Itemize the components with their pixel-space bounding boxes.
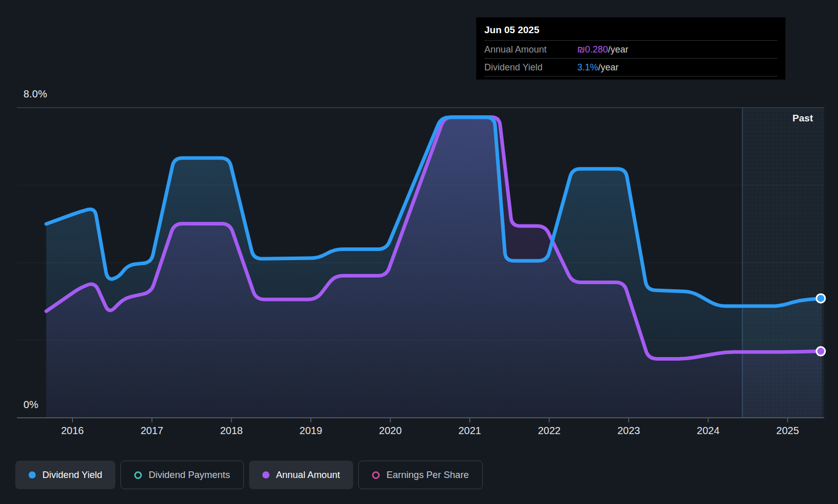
annual-amount-area: [46, 117, 822, 418]
legend-label: Earnings Per Share: [386, 469, 469, 481]
earnings-per-share-marker-icon: [372, 471, 380, 479]
y-axis-zero-label: 0%: [23, 399, 38, 411]
x-axis-label-2018: 2018: [220, 425, 243, 437]
y-axis-max-label: 8.0%: [23, 88, 47, 100]
legend-label: Dividend Yield: [42, 469, 102, 481]
legend-label: Dividend Payments: [149, 469, 230, 481]
legend-toggle-dividend-payments[interactable]: Dividend Payments: [120, 461, 243, 489]
dividend-yield-endpoint-marker: [817, 294, 825, 303]
legend-toggle-earnings-per-share[interactable]: Earnings Per Share: [358, 461, 482, 489]
x-axis-label-2022: 2022: [538, 425, 561, 437]
x-axis-label-2024: 2024: [697, 425, 720, 437]
annual-amount-endpoint-marker: [817, 347, 825, 356]
x-axis-label-2020: 2020: [379, 425, 402, 437]
tooltip-value: ₪0.280/year: [577, 44, 628, 55]
tooltip-row-dividend-yield: Dividend Yield 3.1%/year: [484, 58, 777, 77]
chart-legend: Dividend Yield Dividend Payments Annual …: [15, 461, 483, 489]
legend-toggle-dividend-yield[interactable]: Dividend Yield: [15, 461, 115, 489]
chart-tooltip: Jun 05 2025 Annual Amount ₪0.280/year Di…: [476, 17, 785, 80]
annual-amount-marker-icon: [262, 471, 269, 478]
tooltip-date: Jun 05 2025: [484, 22, 777, 40]
x-axis-label-2016: 2016: [61, 425, 84, 437]
x-axis-label-2021: 2021: [458, 425, 481, 437]
x-axis: 2016201720182019202020212022202320242025: [0, 425, 838, 439]
x-axis-label-2025: 2025: [776, 425, 799, 437]
legend-toggle-annual-amount[interactable]: Annual Amount: [249, 461, 353, 489]
dividend-yield-marker-icon: [29, 471, 36, 478]
tooltip-label: Annual Amount: [484, 44, 577, 55]
tooltip-label: Dividend Yield: [484, 62, 577, 73]
dividend-history-chart: 8.0% 0% Past 201620172018201920202021202…: [0, 0, 838, 504]
past-region-label: Past: [793, 113, 813, 124]
legend-label: Annual Amount: [276, 469, 340, 481]
tooltip-row-annual-amount: Annual Amount ₪0.280/year: [484, 40, 777, 58]
tooltip-value: 3.1%/year: [577, 62, 619, 73]
x-axis-label-2019: 2019: [300, 425, 323, 437]
x-axis-label-2017: 2017: [140, 425, 163, 437]
x-axis-label-2023: 2023: [618, 425, 640, 437]
dividend-payments-marker-icon: [134, 471, 142, 479]
